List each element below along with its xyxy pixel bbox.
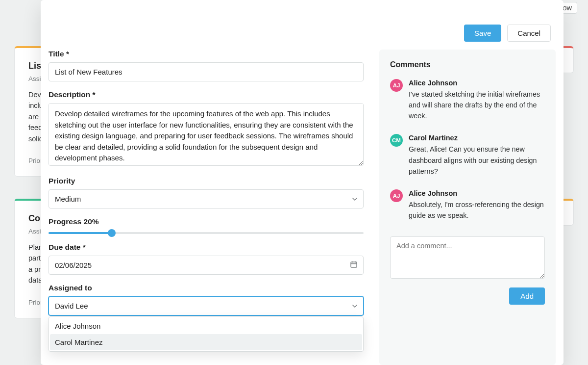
priority-value[interactable] — [49, 189, 364, 209]
field-due-date: Due date * — [49, 243, 364, 275]
comment-text: Great, Alice! Can you ensure the new das… — [409, 144, 545, 176]
comment-item: AJ Alice Johnson Absolutely, I'm cross-r… — [390, 189, 545, 221]
add-comment-button[interactable]: Add — [509, 287, 545, 305]
task-edit-modal: Save Cancel Title * Description * Priori… — [41, 0, 564, 365]
cancel-button[interactable]: Cancel — [507, 25, 551, 42]
due-date-label: Due date * — [49, 243, 364, 252]
avatar: AJ — [390, 79, 403, 92]
field-description: Description * — [49, 90, 364, 168]
progress-slider[interactable] — [49, 232, 364, 234]
description-input[interactable] — [49, 103, 364, 166]
comment-author: Alice Johnson — [409, 189, 545, 197]
comment-text: I've started sketching the initial wiref… — [409, 89, 545, 121]
modal-body: Title * Description * Priority Progress … — [41, 50, 564, 365]
priority-label: Priority — [49, 177, 364, 185]
comments-heading: Comments — [390, 60, 545, 69]
assigned-select[interactable]: Alice Johnson Carol Martinez — [49, 296, 364, 315]
calendar-icon — [350, 261, 358, 270]
field-title: Title * — [49, 50, 364, 81]
comment-text: Absolutely, I'm cross-referencing the de… — [409, 199, 545, 221]
comments-pane: Comments AJ Alice Johnson I've started s… — [379, 50, 556, 365]
form-pane: Title * Description * Priority Progress … — [49, 50, 368, 365]
modal-header: Save Cancel — [41, 0, 564, 50]
priority-select[interactable] — [49, 189, 364, 209]
title-input[interactable] — [49, 62, 364, 81]
comment-author: Carol Martinez — [409, 134, 545, 142]
field-progress: Progress 20% — [49, 217, 364, 234]
assigned-value[interactable] — [49, 296, 364, 315]
field-assigned-to: Assigned to Alice Johnson Carol Martinez — [49, 284, 364, 315]
comment-item: CM Carol Martinez Great, Alice! Can you … — [390, 134, 545, 176]
add-comment-area: Add — [390, 236, 545, 305]
title-label: Title * — [49, 50, 364, 58]
svg-rect-0 — [351, 262, 357, 267]
description-label: Description * — [49, 90, 364, 99]
progress-label: Progress 20% — [49, 217, 364, 226]
assigned-option-alice[interactable]: Alice Johnson — [50, 318, 362, 334]
avatar: CM — [390, 134, 403, 147]
assigned-label: Assigned to — [49, 284, 364, 292]
save-button[interactable]: Save — [464, 25, 501, 42]
progress-thumb[interactable] — [108, 229, 116, 237]
comment-author: Alice Johnson — [409, 79, 545, 87]
assigned-dropdown: Alice Johnson Carol Martinez — [49, 316, 364, 352]
due-date-picker[interactable] — [49, 256, 364, 275]
due-date-input[interactable] — [49, 256, 364, 275]
assigned-option-carol[interactable]: Carol Martinez — [50, 334, 362, 350]
progress-fill — [49, 232, 112, 234]
field-priority: Priority — [49, 177, 364, 209]
avatar: AJ — [390, 189, 403, 202]
add-comment-input[interactable] — [390, 236, 545, 279]
comment-item: AJ Alice Johnson I've started sketching … — [390, 79, 545, 121]
